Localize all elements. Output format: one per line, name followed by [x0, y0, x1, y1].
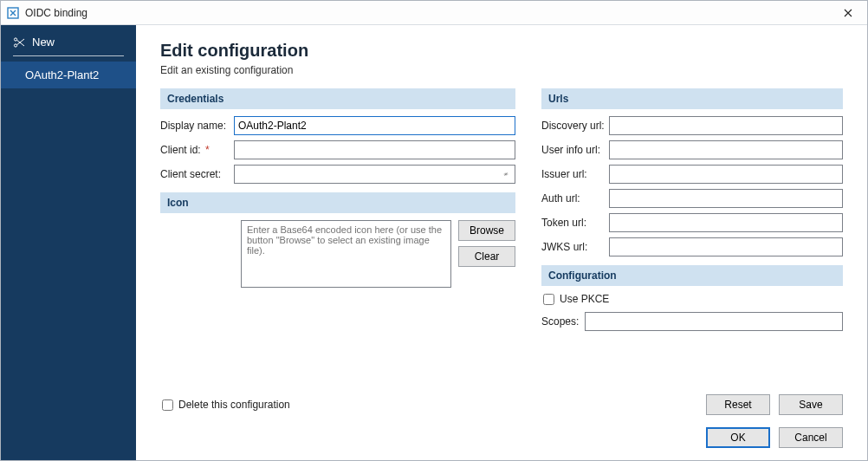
toggle-secret-visibility-button[interactable] [498, 166, 514, 182]
client-id-input[interactable] [234, 140, 515, 159]
auth-url-label: Auth url: [541, 192, 609, 205]
discovery-url-input[interactable] [609, 116, 843, 135]
client-id-label: Client id: * [160, 144, 234, 156]
svg-point-1 [14, 37, 16, 40]
delete-configuration-label: Delete this configuration [178, 399, 290, 411]
use-pkce-checkbox[interactable] [543, 294, 554, 305]
titlebar: OIDC binding [1, 1, 867, 25]
issuer-url-label: Issuer url: [541, 168, 609, 180]
jwks-url-input[interactable] [609, 237, 843, 256]
auth-url-input[interactable] [609, 189, 843, 208]
page-subtitle: Edit an existing configuration [160, 64, 843, 76]
issuer-url-input[interactable] [609, 165, 843, 184]
user-info-url-input[interactable] [609, 140, 843, 159]
group-header-urls: Urls [541, 88, 843, 109]
eye-off-icon [503, 167, 508, 181]
sidebar-new-button[interactable]: New [1, 30, 136, 55]
sidebar-new-label: New [32, 36, 55, 49]
reset-button[interactable]: Reset [706, 394, 770, 415]
save-button[interactable]: Save [779, 394, 843, 415]
icon-textarea[interactable] [241, 220, 451, 288]
cancel-button[interactable]: Cancel [779, 427, 843, 448]
close-icon [844, 9, 852, 17]
token-url-label: Token url: [541, 217, 609, 229]
required-marker: * [205, 144, 210, 156]
display-name-input[interactable] [234, 116, 515, 135]
token-url-input[interactable] [609, 213, 843, 232]
window-close-button[interactable] [829, 1, 867, 25]
main-panel: Edit configuration Edit an existing conf… [136, 25, 867, 460]
page-title: Edit configuration [160, 41, 843, 61]
client-secret-label: Client secret: [160, 168, 234, 180]
group-header-configuration: Configuration [541, 265, 843, 286]
scissors-icon [13, 36, 25, 49]
discovery-url-label: Discovery url: [541, 120, 609, 132]
sidebar-item-label: OAuth2-Plant2 [25, 68, 99, 81]
sidebar-item-oauth2-plant2[interactable]: OAuth2-Plant2 [1, 62, 136, 88]
browse-button[interactable]: Browse [458, 220, 515, 241]
ok-button[interactable]: OK [706, 427, 770, 448]
app-icon [6, 6, 20, 20]
svg-point-2 [14, 43, 16, 46]
sidebar: New OAuth2-Plant2 [1, 25, 136, 460]
scopes-label: Scopes: [541, 315, 585, 328]
delete-configuration-checkbox[interactable] [162, 399, 173, 411]
window-title: OIDC binding [25, 7, 87, 19]
scopes-input[interactable] [585, 312, 843, 331]
clear-button[interactable]: Clear [458, 246, 515, 267]
sidebar-divider [13, 55, 124, 56]
user-info-url-label: User info url: [541, 144, 609, 156]
display-name-label: Display name: [160, 120, 234, 132]
group-header-icon: Icon [160, 192, 515, 213]
group-header-credentials: Credentials [160, 88, 515, 109]
use-pkce-label: Use PKCE [560, 293, 609, 305]
client-secret-input[interactable] [234, 165, 515, 184]
jwks-url-label: JWKS url: [541, 241, 609, 253]
